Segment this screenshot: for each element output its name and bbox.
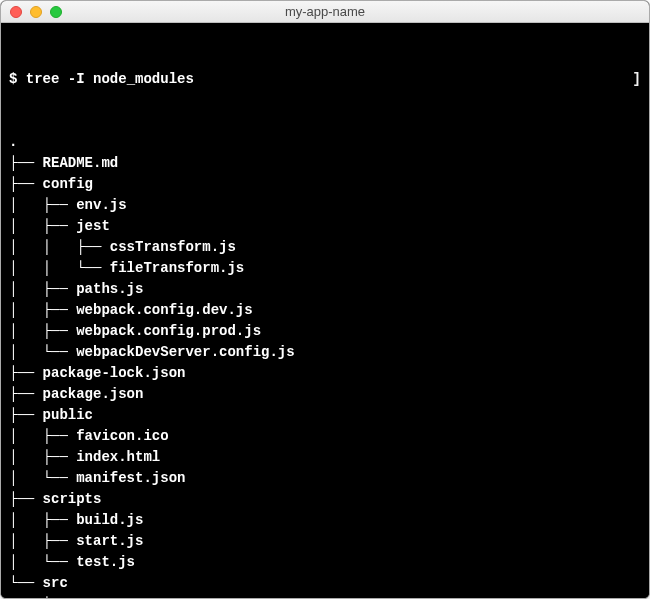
traffic-lights: [10, 6, 62, 18]
right-caret: ]: [633, 69, 641, 90]
tree-output: .├── README.md├── config│ ├── env.js│ ├─…: [9, 132, 641, 599]
tree-line: └── src: [9, 573, 641, 594]
terminal-body[interactable]: $ tree -I node_modules] .├── README.md├─…: [1, 23, 649, 599]
tree-line: │ ├── paths.js: [9, 279, 641, 300]
maximize-icon[interactable]: [50, 6, 62, 18]
tree-line: │ ├── webpack.config.prod.js: [9, 321, 641, 342]
tree-line: │ ├── index.html: [9, 447, 641, 468]
tree-line: .: [9, 132, 641, 153]
tree-line: │ ├── env.js: [9, 195, 641, 216]
tree-line: │ ├── build.js: [9, 510, 641, 531]
tree-line: │ └── manifest.json: [9, 468, 641, 489]
tree-line: ├── public: [9, 405, 641, 426]
titlebar: my-app-name: [1, 1, 649, 23]
command-text: tree -I node_modules: [26, 71, 194, 87]
minimize-icon[interactable]: [30, 6, 42, 18]
tree-line: ├── package-lock.json: [9, 363, 641, 384]
prompt-symbol: $: [9, 71, 26, 87]
tree-line: │ └── test.js: [9, 552, 641, 573]
tree-line: │ └── webpackDevServer.config.js: [9, 342, 641, 363]
tree-line: ├── scripts: [9, 489, 641, 510]
tree-line: │ ├── start.js: [9, 531, 641, 552]
tree-line: ├── README.md: [9, 153, 641, 174]
window-title: my-app-name: [1, 4, 649, 19]
terminal-window: my-app-name $ tree -I node_modules] .├──…: [0, 0, 650, 599]
tree-line: │ │ └── fileTransform.js: [9, 258, 641, 279]
tree-line: │ ├── jest: [9, 216, 641, 237]
close-icon[interactable]: [10, 6, 22, 18]
tree-line: ├── config: [9, 174, 641, 195]
tree-line: │ │ ├── cssTransform.js: [9, 237, 641, 258]
tree-line: │ ├── webpack.config.dev.js: [9, 300, 641, 321]
tree-line: ├── package.json: [9, 384, 641, 405]
prompt-line: $ tree -I node_modules]: [9, 69, 641, 90]
tree-line: ├── App.css: [9, 594, 641, 599]
tree-line: │ ├── favicon.ico: [9, 426, 641, 447]
